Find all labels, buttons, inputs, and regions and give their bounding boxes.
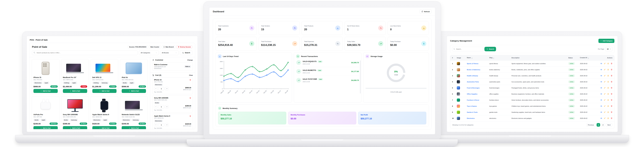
lock-action-button[interactable]: [607, 118, 609, 119]
delete-action-button[interactable]: [611, 93, 612, 95]
edit-action-button[interactable]: [604, 105, 606, 107]
per-page-select[interactable]: 10: [606, 47, 612, 51]
remove-cart-item-button[interactable]: [190, 97, 191, 100]
trash-icon: [611, 99, 612, 101]
edit-action-button[interactable]: [604, 118, 606, 119]
quantity-increase-button[interactable]: [165, 105, 168, 108]
delete-action-button[interactable]: [611, 81, 612, 82]
status-badge: Active: [568, 80, 575, 83]
storage-used-label: Used: [394, 74, 398, 76]
lock-action-button[interactable]: [607, 93, 609, 95]
category-name-link[interactable]: Automotive Parts: [467, 81, 489, 82]
view-action-button[interactable]: [600, 87, 602, 89]
quantity-stepper: 1: [154, 87, 168, 90]
lock-action-button[interactable]: [607, 75, 609, 76]
category-name-link[interactable]: Furniture & Decor: [467, 99, 489, 101]
view-action-button[interactable]: [600, 99, 602, 101]
edit-action-button[interactable]: [604, 99, 606, 101]
search-button[interactable]: Search: [180, 50, 192, 55]
add-to-cart-button[interactable]: Add to Cart: [122, 126, 146, 129]
add-to-cart-button[interactable]: Add to Cart: [34, 89, 58, 93]
change-customer-button[interactable]: Change: [187, 59, 193, 61]
edit-action-button[interactable]: [604, 75, 606, 76]
remove-cart-item-button[interactable]: [190, 79, 191, 81]
quantity-decrease-button[interactable]: [154, 123, 158, 127]
category-filter-select[interactable]: All Categories: [139, 50, 159, 55]
edit-action-button[interactable]: [604, 63, 606, 64]
cart-icon: [152, 74, 154, 76]
sort-icon[interactable]: [588, 58, 589, 59]
view-action-button[interactable]: [600, 111, 602, 113]
category-name-link[interactable]: Books & Stationery: [467, 69, 489, 70]
category-name-link[interactable]: Garden & Tools: [467, 112, 489, 113]
lock-action-button[interactable]: [607, 111, 609, 113]
edit-action-button[interactable]: [604, 87, 606, 89]
view-action-button[interactable]: [600, 93, 602, 95]
view-action-button[interactable]: [600, 105, 602, 107]
lock-action-button[interactable]: [607, 99, 609, 101]
view-action-button[interactable]: [600, 63, 602, 64]
add-to-cart-button[interactable]: Add to Cart: [34, 126, 58, 129]
laptop-right-lid: Category Management Add Category: [438, 32, 622, 136]
category-name-link[interactable]: Health & Beauty: [467, 75, 489, 76]
delete-action-button[interactable]: [611, 118, 612, 119]
delete-action-button[interactable]: [611, 87, 612, 89]
quantity-decrease-button[interactable]: [154, 105, 158, 108]
product-search-input[interactable]: [32, 50, 138, 55]
delete-action-button[interactable]: [611, 63, 612, 64]
category-name-link[interactable]: Office Supplies: [467, 93, 489, 95]
delete-action-button[interactable]: [611, 105, 612, 107]
category-name-link[interactable]: Toys & Games: [467, 105, 489, 107]
delete-action-button[interactable]: [611, 69, 612, 70]
quantity-increase-button[interactable]: [165, 123, 168, 127]
table-row: 4Automotive Partsautomotive-partsCar acc…: [450, 79, 614, 85]
delete-action-button[interactable]: [611, 111, 612, 113]
add-to-cart-button[interactable]: Add to Cart: [92, 126, 117, 129]
sort-icon[interactable]: [472, 58, 472, 59]
lock-action-button[interactable]: [607, 105, 609, 107]
remove-cart-item-button[interactable]: [190, 115, 191, 118]
delete-action-button[interactable]: [611, 99, 612, 101]
view-action-button[interactable]: [600, 75, 602, 76]
sort-icon[interactable]: [493, 58, 494, 59]
lock-action-button[interactable]: [607, 87, 609, 89]
brand-filter-select[interactable]: All Brands: [160, 50, 178, 55]
lock-icon: [607, 63, 609, 64]
svg-text:Sep 29: Sep 29: [220, 90, 224, 94]
view-action-button[interactable]: [600, 118, 602, 119]
category-search-button[interactable]: Search: [484, 47, 496, 51]
destroy-session-button[interactable]: Destroy Session: [176, 45, 192, 48]
scrollbar[interactable]: [360, 60, 361, 94]
category-name-link[interactable]: Sports & Fitness: [467, 63, 489, 64]
add-to-cart-button[interactable]: Add to Cart: [63, 126, 87, 129]
edit-action-button[interactable]: [604, 81, 606, 82]
add-category-button[interactable]: Add Category: [598, 39, 614, 43]
category-name-link[interactable]: Electronics: [467, 118, 489, 119]
add-to-cart-button[interactable]: Add to Cart: [122, 89, 146, 93]
lock-action-button[interactable]: [607, 81, 609, 82]
page-number-button[interactable]: 1: [596, 123, 600, 127]
category-search-input[interactable]: [452, 47, 483, 51]
stat-card: Total Vendors15: [259, 21, 300, 35]
previous-page-button[interactable]: Previous: [586, 123, 596, 127]
lock-action-button[interactable]: [607, 69, 609, 70]
page-number-button[interactable]: 2: [601, 123, 605, 127]
edit-action-button[interactable]: [604, 69, 606, 70]
add-to-cart-button[interactable]: Add to Cart: [92, 89, 117, 93]
refresh-button[interactable]: Refresh: [420, 10, 432, 14]
lock-action-button[interactable]: [607, 63, 609, 64]
view-action-button[interactable]: [600, 69, 602, 70]
quantity-increase-button[interactable]: [165, 87, 168, 90]
edit-action-button[interactable]: [604, 111, 606, 113]
quantity-decrease-button[interactable]: [154, 87, 158, 90]
edit-action-button[interactable]: [604, 93, 606, 95]
trend-card: Last 10 Days Trend 0650130019502600Sep 2…: [216, 52, 292, 102]
add-to-cart-button[interactable]: Add to Cart: [63, 89, 87, 93]
category-name-link[interactable]: Food & Beverages: [467, 87, 489, 89]
view-action-button[interactable]: [600, 81, 602, 82]
delete-action-button[interactable]: [611, 75, 612, 76]
next-page-button[interactable]: Next: [606, 123, 612, 127]
category-description: Personal care, cosmetics, and health pro…: [512, 75, 568, 76]
column-header: Slug: [489, 57, 512, 59]
clear-cart-button[interactable]: Clear: [189, 74, 193, 76]
